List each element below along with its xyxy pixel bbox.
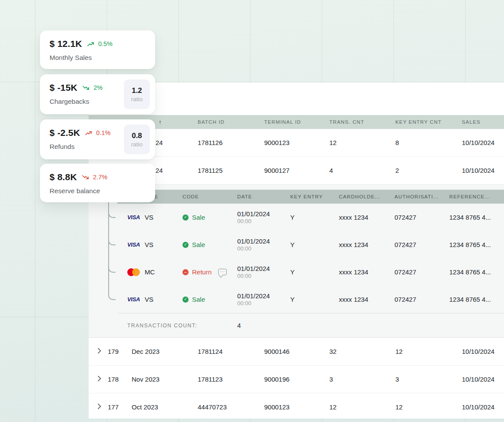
trans-cnt: 12	[329, 139, 395, 146]
transaction-code-cell: ✓Sale	[182, 296, 237, 303]
column-header-sales[interactable]: SALES	[462, 119, 504, 125]
transaction-date-cell: 01/01/202400:00	[237, 264, 290, 280]
batch-id: 1781123	[198, 376, 264, 383]
trend-percent: 0.1%	[96, 129, 110, 136]
stat-label: Reserve balance	[50, 187, 146, 195]
transaction-row[interactable]: VISAVS✓Sale01/01/202400:00Yxxxx 12340724…	[117, 286, 504, 313]
batch-id: 44470723	[198, 403, 264, 411]
card-type-label: VS	[145, 296, 153, 303]
cardholder: xxxx 1234	[339, 296, 395, 303]
column-header-key-entry-cnt[interactable]: KEY ENTRY CNT	[395, 119, 462, 125]
tree-branch	[108, 264, 116, 273]
batch-row-number: 177	[108, 403, 132, 411]
status-label: Return	[192, 268, 212, 276]
stat-card-reserve-balance: $ 8.8K2.7%Reserve balance	[40, 164, 155, 202]
batch-id: 1781124	[198, 348, 264, 355]
transaction-date: 01/01/2024	[237, 237, 290, 245]
stat-value: $ 12.1K	[50, 39, 82, 49]
reference: 1234 8765 4...	[449, 241, 504, 248]
sub-column-header-authorisati: AUTHORISATI...	[395, 194, 449, 199]
ratio-box: 1.2ratio	[124, 79, 150, 109]
transaction-row[interactable]: VISAVS✓Sale01/01/202400:00Yxxxx 12340724…	[117, 231, 504, 258]
status-label: Sale	[192, 241, 205, 248]
expand-chevron-icon[interactable]	[97, 348, 102, 354]
card-type-cell: MC	[117, 268, 182, 276]
authorisation: 072427	[395, 296, 449, 303]
transaction-time: 00:00	[237, 245, 290, 252]
transaction-code-cell: ✓Sale	[182, 241, 237, 248]
sales-date: 10/10/2024	[462, 376, 504, 383]
batch-row[interactable]: 178Nov 2023178112390001963310/10/2024	[89, 366, 504, 393]
stat-card-refunds: $ -2.5K0.1%Refunds0.8ratio	[40, 119, 155, 159]
expanded-batch-details: TYPECODEDATEKEY ENTRYCARDHOLDE...AUTHORI…	[89, 185, 504, 338]
transaction-count-label: TRANSACTION COUNT:	[117, 323, 237, 329]
trend-percent: 0.5%	[98, 40, 113, 47]
comment-icon[interactable]: ···	[218, 269, 227, 275]
sales-date: 10/10/2024	[462, 403, 504, 411]
tree-branch	[108, 292, 116, 300]
terminal-id: 9000123	[264, 403, 329, 411]
reference: 1234 8765 4...	[449, 296, 504, 303]
transaction-time: 00:00	[237, 218, 290, 225]
batch-row[interactable]: 177Oct 2023444707239000123121210/10/2024	[89, 393, 504, 419]
transaction-time: 00:00	[237, 273, 290, 280]
card-type-cell: VISAVS	[117, 296, 182, 303]
sale-check-icon: ✓	[182, 242, 189, 248]
transaction-count-value: 4	[237, 322, 504, 329]
trend-percent: 2.7%	[93, 174, 107, 181]
tree-branch	[108, 210, 116, 218]
sales-date: 10/10/2024	[462, 139, 504, 146]
reference: 1234 8765 4...	[449, 268, 504, 276]
key-entry-cnt: 8	[395, 139, 462, 146]
ratio-box: 0.8ratio	[124, 125, 150, 154]
batch-month: Oct 2023	[132, 403, 198, 411]
key-entry-cnt: 2	[395, 167, 462, 174]
transaction-date-cell: 01/01/202400:00	[237, 292, 290, 307]
stat-value: $ -15K	[50, 82, 77, 93]
card-type-cell: VISAVS	[117, 241, 182, 248]
column-header-batch-id[interactable]: BATCH ID	[198, 119, 264, 125]
batch-id: 1781125	[198, 167, 264, 174]
authorisation: 072427	[395, 241, 449, 248]
ratio-value: 1.2	[132, 86, 142, 95]
terminal-id: 9000146	[264, 348, 329, 355]
key-entry-cnt: 12	[395, 403, 462, 411]
mastercard-logo	[127, 268, 140, 276]
cardholder: xxxx 1234	[339, 268, 395, 276]
trans-cnt: 3	[329, 376, 395, 383]
terminal-id: 9000196	[264, 376, 329, 383]
expand-chevron-icon[interactable]	[97, 376, 102, 382]
trans-cnt: 12	[329, 403, 395, 411]
transaction-code-cell: –Return···	[182, 268, 237, 276]
batch-row[interactable]: 179Dec 202317811249000146321210/10/2024	[89, 338, 504, 366]
sub-column-header-cardholde: CARDHOLDE...	[339, 194, 395, 199]
stat-card-monthly-sales: $ 12.1K0.5%Monthly Sales	[40, 30, 155, 69]
column-header-trans-cnt[interactable]: TRANS. CNT	[329, 119, 395, 125]
transaction-code-cell: ✓Sale	[182, 214, 237, 221]
batch-id: 1781126	[198, 139, 264, 146]
status-label: Sale	[192, 214, 205, 221]
sale-check-icon: ✓	[182, 214, 189, 221]
terminal-id: 9000123	[264, 139, 329, 146]
batch-month: Dec 2023	[132, 348, 198, 355]
transaction-date: 01/01/2024	[237, 264, 290, 273]
sort-ascending-icon[interactable]: ↑	[159, 119, 162, 125]
key-entry: Y	[290, 214, 339, 221]
transaction-rows: VISAVS✓Sale01/01/202400:00Yxxxx 12340724…	[117, 204, 504, 313]
key-entry-cnt: 3	[395, 376, 462, 383]
tree-connector	[89, 185, 117, 337]
sub-column-header-date: DATE	[237, 194, 290, 199]
sales-date: 10/10/2024	[462, 167, 504, 174]
transaction-row[interactable]: MC–Return···01/01/202400:00Yxxxx 1234072…	[117, 258, 504, 286]
expand-chevron-icon[interactable]	[97, 403, 102, 409]
key-entry: Y	[290, 296, 339, 303]
status-badge-sale: ✓Sale	[182, 214, 205, 221]
stat-label: Monthly Sales	[50, 54, 146, 62]
expand-cell	[97, 403, 108, 411]
transaction-time: 00:00	[237, 300, 290, 307]
visa-logo: VISA	[127, 241, 140, 248]
cardholder: xxxx 1234	[339, 241, 395, 248]
batch-month: Nov 2023	[132, 376, 198, 383]
column-header-terminal-id[interactable]: TERMINAL ID	[264, 119, 329, 125]
transaction-row[interactable]: VISAVS✓Sale01/01/202400:00Yxxxx 12340724…	[117, 204, 504, 231]
